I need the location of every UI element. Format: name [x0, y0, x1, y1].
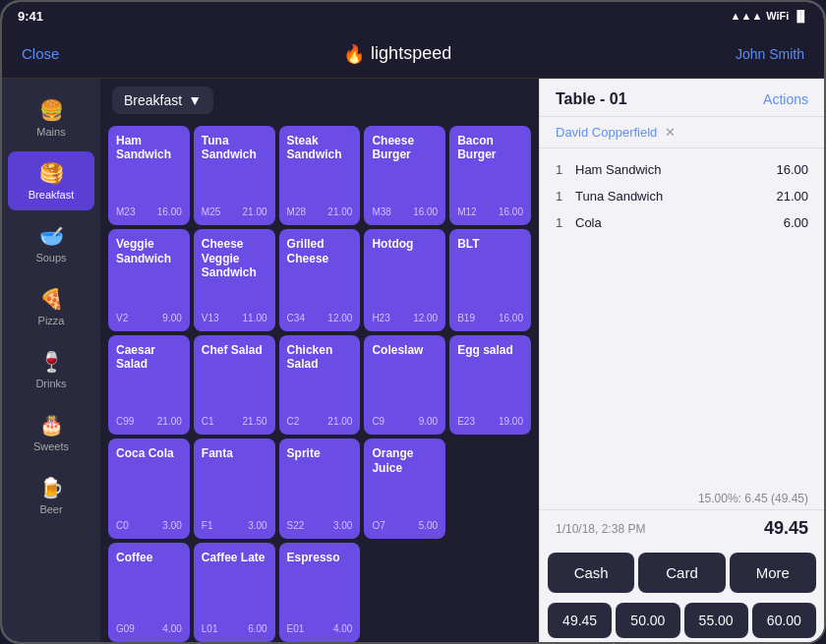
sidebar: 🍔 Mains 🥞 Breakfast 🥣 Soups 🍕 Pizza 🍷 Dr… [2, 79, 100, 644]
sidebar-item-drinks[interactable]: 🍷 Drinks [8, 340, 94, 399]
menu-item-price-m28: 21.00 [327, 206, 352, 217]
menu-item-meta-c34: C34 12.00 [287, 313, 353, 323]
menu-item-m38[interactable]: Cheese Burger M38 16.00 [364, 126, 445, 225]
sweets-icon: 🎂 [39, 413, 64, 437]
menu-item-code-m25: M25 [202, 206, 220, 217]
menu-item-price-o7: 5.00 [419, 520, 438, 531]
menu-item-price-m23: 16.00 [157, 206, 182, 217]
menu-item-name-s22: Sprite [287, 446, 353, 460]
app-logo: 🔥 lightspeed [343, 43, 451, 65]
menu-item-m12[interactable]: Bacon Burger M12 16.00 [449, 126, 531, 225]
menu-item-name-c99: Caesar Salad [116, 343, 182, 372]
menu-item-code-e23: E23 [457, 416, 475, 427]
sidebar-item-soups[interactable]: 🥣 Soups [8, 214, 94, 273]
dropdown-icon: ▼ [188, 92, 202, 108]
menu-item-meta-c2: C2 21.00 [287, 416, 353, 427]
sidebar-item-sweets[interactable]: 🎂 Sweets [8, 403, 94, 462]
sidebar-label-sweets: Sweets [33, 440, 69, 452]
sidebar-label-beer: Beer [39, 503, 62, 515]
menu-item-meta-e23: E23 19.00 [457, 416, 523, 427]
menu-item-m28[interactable]: Steak Sandwich M28 21.00 [279, 126, 361, 225]
menu-item-b19[interactable]: BLT B19 16.00 [449, 229, 531, 331]
menu-item-name-e01: Espresso [287, 551, 353, 564]
sidebar-label-soups: Soups [35, 252, 66, 263]
menu-item-m25[interactable]: Tuna Sandwich M25 21.00 [194, 126, 275, 225]
menu-item-meta-l01: L01 6.00 [202, 623, 267, 634]
order-footer: 1/10/18, 2:38 PM 49.45 [540, 509, 824, 547]
sidebar-label-breakfast: Breakfast [29, 189, 74, 201]
drinks-icon: 🍷 [39, 350, 64, 374]
menu-item-price-s22: 3.00 [333, 520, 352, 531]
menu-item-code-c34: C34 [287, 313, 305, 323]
sidebar-item-beer[interactable]: 🍺 Beer [8, 466, 94, 525]
menu-item-meta-h23: H23 12.00 [372, 313, 438, 323]
sidebar-item-breakfast[interactable]: 🥞 Breakfast [8, 151, 94, 210]
payment-cash-button[interactable]: Cash [548, 553, 634, 593]
logo-text: lightspeed [371, 43, 451, 64]
menu-item-code-c0: C0 [116, 520, 129, 531]
breakfast-icon: 🥞 [39, 161, 64, 185]
menu-item-v13[interactable]: Cheese Veggie Sandwich V13 11.00 [194, 229, 275, 331]
quick-amount-qa1-button[interactable]: 49.45 [548, 603, 612, 638]
menu-item-o7[interactable]: Orange Juice O7 5.00 [364, 439, 445, 538]
pizza-icon: 🍕 [39, 287, 64, 311]
menu-item-h23[interactable]: Hotdog H23 12.00 [364, 229, 445, 331]
menu-item-c34[interactable]: Grilled Cheese C34 12.00 [279, 229, 361, 331]
menu-item-e01[interactable]: Espresso E01 4.00 [279, 543, 361, 642]
menu-item-code-h23: H23 [372, 313, 389, 323]
menu-item-c99[interactable]: Caesar Salad C99 21.00 [108, 335, 190, 435]
menu-item-price-e01: 4.00 [333, 623, 352, 634]
payment-card-button[interactable]: Card [638, 553, 725, 593]
menu-item-f1[interactable]: Fanta F1 3.00 [194, 439, 275, 538]
order-item-price: 16.00 [776, 162, 808, 177]
menu-item-c1[interactable]: Chef Salad C1 21.50 [194, 335, 275, 435]
menu-item-name-c1: Chef Salad [202, 343, 267, 357]
order-item-price: 6.00 [784, 215, 808, 230]
order-header: Table - 01 Actions [540, 79, 824, 117]
menu-item-meta-o7: O7 5.00 [372, 520, 438, 531]
menu-item-meta-v13: V13 11.00 [202, 313, 267, 323]
menu-item-price-m38: 16.00 [413, 206, 438, 217]
menu-item-g09[interactable]: Coffee G09 4.00 [108, 543, 190, 642]
menu-item-c2[interactable]: Chicken Salad C2 21.00 [279, 335, 361, 435]
menu-item-name-b19: BLT [457, 237, 523, 251]
order-timestamp: 1/10/18, 2:38 PM [556, 522, 645, 536]
close-button[interactable]: Close [22, 45, 59, 62]
quick-amount-qa2-button[interactable]: 50.00 [616, 603, 679, 638]
status-time: 9:41 [18, 9, 43, 24]
order-item-name: Ham Sandwich [575, 162, 776, 177]
sidebar-label-drinks: Drinks [35, 378, 66, 389]
menu-item-name-e23: Egg salad [457, 343, 523, 357]
order-item-name: Cola [575, 215, 784, 230]
menu-item-price-v2: 9.00 [162, 313, 181, 323]
menu-item-code-v2: V2 [116, 313, 128, 323]
menu-item-code-b19: B19 [457, 313, 475, 323]
menu-item-name-m12: Bacon Burger [457, 134, 523, 162]
menu-item-name-m25: Tuna Sandwich [202, 134, 267, 162]
sidebar-label-mains: Mains [36, 126, 65, 138]
menu-item-price-f1: 3.00 [248, 520, 266, 531]
menu-item-l01[interactable]: Caffee Late L01 6.00 [194, 543, 275, 642]
category-dropdown[interactable]: Breakfast ▼ [112, 87, 213, 114]
order-tax: 15.00%: 6.45 (49.45) [540, 488, 824, 509]
order-item-qty: 1 [556, 162, 575, 177]
quick-amount-qa3-button[interactable]: 55.00 [684, 603, 748, 638]
menu-item-c9[interactable]: Coleslaw C9 9.00 [364, 335, 445, 435]
quick-amount-qa4-button[interactable]: 60.00 [752, 603, 816, 638]
menu-item-e23[interactable]: Egg salad E23 19.00 [449, 335, 531, 435]
menu-item-c0[interactable]: Coca Cola C0 3.00 [108, 439, 190, 538]
user-name[interactable]: John Smith [736, 46, 804, 62]
menu-item-code-g09: G09 [116, 623, 135, 634]
customer-remove-button[interactable]: ✕ [665, 125, 676, 140]
menu-item-code-m12: M12 [457, 206, 476, 217]
payment-more-button[interactable]: More [730, 553, 816, 593]
menu-area: Breakfast ▼ Ham Sandwich M23 16.00 Tuna … [100, 79, 539, 644]
sidebar-item-pizza[interactable]: 🍕 Pizza [8, 277, 94, 336]
menu-item-v2[interactable]: Veggie Sandwich V2 9.00 [108, 229, 190, 331]
menu-item-m23[interactable]: Ham Sandwich M23 16.00 [108, 126, 190, 225]
menu-item-s22[interactable]: Sprite S22 3.00 [279, 439, 361, 538]
sidebar-item-mains[interactable]: 🍔 Mains [8, 88, 94, 147]
order-actions-button[interactable]: Actions [763, 91, 808, 107]
menu-item-meta-m28: M28 21.00 [287, 206, 353, 217]
menu-item-name-o7: Orange Juice [372, 446, 438, 475]
